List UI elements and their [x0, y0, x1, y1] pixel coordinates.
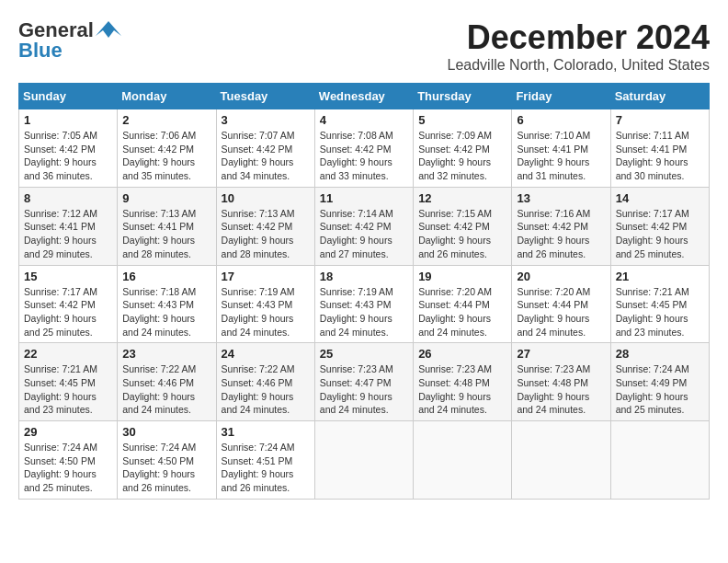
calendar-cell: 28Sunrise: 7:24 AMSunset: 4:49 PMDayligh…	[610, 343, 709, 421]
calendar-cell: 8Sunrise: 7:12 AMSunset: 4:41 PMDaylight…	[19, 187, 118, 265]
day-info: Sunrise: 7:16 AMSunset: 4:42 PMDaylight:…	[517, 207, 605, 261]
day-number: 2	[122, 113, 210, 127]
logo-blue-text: Blue	[18, 39, 63, 63]
day-info: Sunrise: 7:13 AMSunset: 4:41 PMDaylight:…	[122, 207, 210, 261]
calendar-cell: 16Sunrise: 7:18 AMSunset: 4:43 PMDayligh…	[118, 265, 216, 343]
day-info: Sunrise: 7:10 AMSunset: 4:41 PMDaylight:…	[517, 129, 605, 183]
calendar-cell: 7Sunrise: 7:11 AMSunset: 4:41 PMDaylight…	[610, 109, 709, 188]
day-number: 9	[122, 191, 210, 205]
day-info: Sunrise: 7:09 AMSunset: 4:42 PMDaylight:…	[418, 129, 506, 183]
day-number: 28	[616, 347, 704, 361]
day-number: 5	[418, 113, 506, 127]
calendar-table: SundayMondayTuesdayWednesdayThursdayFrid…	[18, 83, 710, 500]
day-header-friday: Friday	[512, 84, 610, 109]
day-info: Sunrise: 7:14 AMSunset: 4:42 PMDaylight:…	[320, 207, 408, 261]
calendar-cell: 29Sunrise: 7:24 AMSunset: 4:50 PMDayligh…	[19, 421, 118, 500]
day-number: 3	[222, 113, 310, 127]
day-number: 7	[616, 113, 704, 127]
location-title: Leadville North, Colorado, United States	[448, 57, 711, 74]
calendar-cell: 2Sunrise: 7:06 AMSunset: 4:42 PMDaylight…	[118, 109, 216, 188]
day-number: 16	[122, 270, 210, 283]
calendar-cell: 13Sunrise: 7:16 AMSunset: 4:42 PMDayligh…	[512, 187, 610, 265]
calendar-cell: 22Sunrise: 7:21 AMSunset: 4:45 PMDayligh…	[19, 343, 118, 421]
day-header-sunday: Sunday	[19, 84, 118, 109]
day-info: Sunrise: 7:06 AMSunset: 4:42 PMDaylight:…	[122, 129, 210, 183]
day-info: Sunrise: 7:20 AMSunset: 4:44 PMDaylight:…	[517, 285, 605, 339]
day-number: 25	[320, 347, 408, 361]
calendar-cell: 12Sunrise: 7:15 AMSunset: 4:42 PMDayligh…	[414, 187, 512, 265]
logo: General Blue	[18, 18, 121, 63]
calendar-cell: 18Sunrise: 7:19 AMSunset: 4:43 PMDayligh…	[314, 265, 413, 343]
calendar-cell: 5Sunrise: 7:09 AMSunset: 4:42 PMDaylight…	[414, 109, 512, 188]
calendar-cell: 31Sunrise: 7:24 AMSunset: 4:51 PMDayligh…	[216, 421, 314, 500]
calendar-cell: 17Sunrise: 7:19 AMSunset: 4:43 PMDayligh…	[216, 265, 314, 343]
calendar-cell	[414, 421, 512, 500]
day-info: Sunrise: 7:19 AMSunset: 4:43 PMDaylight:…	[222, 285, 310, 339]
day-number: 19	[418, 270, 506, 283]
day-number: 24	[222, 347, 310, 361]
day-info: Sunrise: 7:07 AMSunset: 4:42 PMDaylight:…	[222, 129, 310, 183]
calendar-cell	[314, 421, 413, 500]
day-info: Sunrise: 7:24 AMSunset: 4:51 PMDaylight:…	[222, 441, 310, 495]
calendar-cell: 4Sunrise: 7:08 AMSunset: 4:42 PMDaylight…	[314, 109, 413, 188]
calendar-cell: 1Sunrise: 7:05 AMSunset: 4:42 PMDaylight…	[19, 109, 118, 188]
calendar-cell	[610, 421, 709, 500]
day-number: 18	[320, 270, 408, 283]
day-info: Sunrise: 7:20 AMSunset: 4:44 PMDaylight:…	[418, 285, 506, 339]
day-number: 15	[24, 270, 112, 283]
day-number: 10	[222, 191, 310, 205]
day-info: Sunrise: 7:18 AMSunset: 4:43 PMDaylight:…	[122, 285, 210, 339]
calendar-cell: 20Sunrise: 7:20 AMSunset: 4:44 PMDayligh…	[512, 265, 610, 343]
calendar-cell: 14Sunrise: 7:17 AMSunset: 4:42 PMDayligh…	[610, 187, 709, 265]
day-info: Sunrise: 7:24 AMSunset: 4:49 PMDaylight:…	[616, 362, 704, 417]
calendar-cell: 6Sunrise: 7:10 AMSunset: 4:41 PMDaylight…	[512, 109, 610, 188]
calendar-cell: 15Sunrise: 7:17 AMSunset: 4:42 PMDayligh…	[19, 265, 118, 343]
day-info: Sunrise: 7:23 AMSunset: 4:48 PMDaylight:…	[418, 362, 506, 417]
day-number: 22	[24, 347, 112, 361]
day-info: Sunrise: 7:08 AMSunset: 4:42 PMDaylight:…	[320, 129, 408, 183]
calendar-cell: 9Sunrise: 7:13 AMSunset: 4:41 PMDaylight…	[118, 187, 216, 265]
day-info: Sunrise: 7:12 AMSunset: 4:41 PMDaylight:…	[24, 207, 112, 261]
day-info: Sunrise: 7:22 AMSunset: 4:46 PMDaylight:…	[122, 362, 210, 417]
calendar-cell: 27Sunrise: 7:23 AMSunset: 4:48 PMDayligh…	[512, 343, 610, 421]
day-number: 30	[122, 425, 210, 439]
day-info: Sunrise: 7:21 AMSunset: 4:45 PMDaylight:…	[24, 362, 112, 417]
title-area: December 2024 Leadville North, Colorado,…	[448, 18, 711, 74]
day-info: Sunrise: 7:05 AMSunset: 4:42 PMDaylight:…	[24, 129, 112, 183]
calendar-cell: 26Sunrise: 7:23 AMSunset: 4:48 PMDayligh…	[414, 343, 512, 421]
day-info: Sunrise: 7:15 AMSunset: 4:42 PMDaylight:…	[418, 207, 506, 261]
day-header-monday: Monday	[118, 84, 216, 109]
calendar-cell: 10Sunrise: 7:13 AMSunset: 4:42 PMDayligh…	[216, 187, 314, 265]
svg-marker-0	[96, 21, 121, 38]
day-number: 17	[222, 270, 310, 283]
month-title: December 2024	[448, 18, 711, 57]
day-number: 29	[24, 425, 112, 439]
page-header: General Blue December 2024 Leadville Nor…	[18, 18, 710, 74]
day-number: 20	[517, 270, 605, 283]
day-header-saturday: Saturday	[610, 84, 709, 109]
day-info: Sunrise: 7:24 AMSunset: 4:50 PMDaylight:…	[122, 441, 210, 495]
calendar-cell: 21Sunrise: 7:21 AMSunset: 4:45 PMDayligh…	[610, 265, 709, 343]
calendar-cell: 24Sunrise: 7:22 AMSunset: 4:46 PMDayligh…	[216, 343, 314, 421]
day-number: 6	[517, 113, 605, 127]
logo-bird-icon	[96, 19, 121, 41]
day-header-wednesday: Wednesday	[314, 84, 413, 109]
day-number: 31	[222, 425, 310, 439]
day-info: Sunrise: 7:22 AMSunset: 4:46 PMDaylight:…	[222, 362, 310, 417]
day-number: 23	[122, 347, 210, 361]
calendar-cell: 30Sunrise: 7:24 AMSunset: 4:50 PMDayligh…	[118, 421, 216, 500]
day-number: 27	[517, 347, 605, 361]
day-number: 4	[320, 113, 408, 127]
calendar-week-row: 15Sunrise: 7:17 AMSunset: 4:42 PMDayligh…	[19, 265, 710, 343]
day-info: Sunrise: 7:17 AMSunset: 4:42 PMDaylight:…	[616, 207, 704, 261]
calendar-cell: 25Sunrise: 7:23 AMSunset: 4:47 PMDayligh…	[314, 343, 413, 421]
day-info: Sunrise: 7:11 AMSunset: 4:41 PMDaylight:…	[616, 129, 704, 183]
day-header-thursday: Thursday	[414, 84, 512, 109]
day-info: Sunrise: 7:19 AMSunset: 4:43 PMDaylight:…	[320, 285, 408, 339]
calendar-cell	[512, 421, 610, 500]
calendar-week-row: 29Sunrise: 7:24 AMSunset: 4:50 PMDayligh…	[19, 421, 710, 500]
calendar-week-row: 8Sunrise: 7:12 AMSunset: 4:41 PMDaylight…	[19, 187, 710, 265]
day-info: Sunrise: 7:17 AMSunset: 4:42 PMDaylight:…	[24, 285, 112, 339]
day-info: Sunrise: 7:23 AMSunset: 4:47 PMDaylight:…	[320, 362, 408, 417]
calendar-week-row: 1Sunrise: 7:05 AMSunset: 4:42 PMDaylight…	[19, 109, 710, 188]
